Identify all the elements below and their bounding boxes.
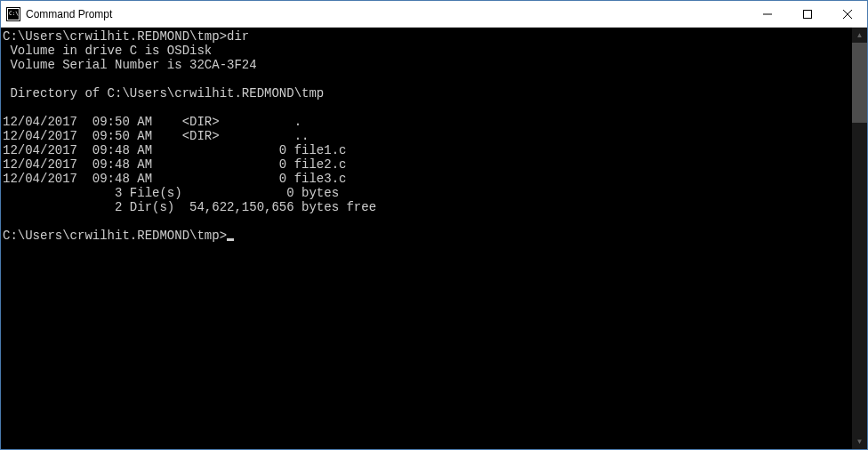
output-line: Volume Serial Number is 32CA-3F24: [3, 58, 257, 72]
terminal-output[interactable]: C:\Users\crwilhit.REDMOND\tmp>dir Volume…: [1, 28, 852, 449]
command: dir: [227, 29, 249, 44]
maximize-button[interactable]: [787, 1, 827, 27]
command-prompt-icon: C:\: [6, 7, 20, 21]
output-line: 12/04/2017 09:48 AM 0 file1.c: [3, 143, 346, 157]
output-line: 12/04/2017 09:48 AM 0 file3.c: [3, 172, 346, 186]
terminal-area: C:\Users\crwilhit.REDMOND\tmp>dir Volume…: [1, 28, 867, 449]
output-line: 2 Dir(s) 54,622,150,656 bytes free: [3, 200, 376, 214]
minimize-button[interactable]: [747, 1, 787, 27]
window-title: Command Prompt: [26, 8, 747, 20]
svg-rect-5: [803, 10, 811, 18]
window-controls: [747, 1, 867, 27]
prompt: C:\Users\crwilhit.REDMOND\tmp>: [3, 229, 227, 243]
svg-text:C:\: C:\: [9, 10, 19, 16]
prompt: C:\Users\crwilhit.REDMOND\tmp>: [3, 29, 227, 44]
output-line: 3 File(s) 0 bytes: [3, 186, 339, 200]
vertical-scrollbar[interactable]: ▲ ▼: [852, 28, 867, 449]
close-button[interactable]: [827, 1, 867, 27]
output-line: 12/04/2017 09:50 AM <DIR> ..: [3, 129, 309, 143]
output-line: Volume in drive C is OSDisk: [3, 44, 212, 58]
output-line: 12/04/2017 09:50 AM <DIR> .: [3, 115, 301, 129]
scroll-thumb[interactable]: [852, 43, 867, 123]
output-line: 12/04/2017 09:48 AM 0 file2.c: [3, 157, 346, 172]
scroll-up-arrow[interactable]: ▲: [852, 28, 867, 43]
output-line: Directory of C:\Users\crwilhit.REDMOND\t…: [3, 86, 324, 100]
scroll-down-arrow[interactable]: ▼: [852, 434, 867, 449]
cursor: [227, 238, 234, 241]
titlebar[interactable]: C:\ Command Prompt: [1, 1, 867, 28]
command-prompt-window: C:\ Command Prompt C:\Users\crwilhit.RED…: [0, 0, 868, 450]
